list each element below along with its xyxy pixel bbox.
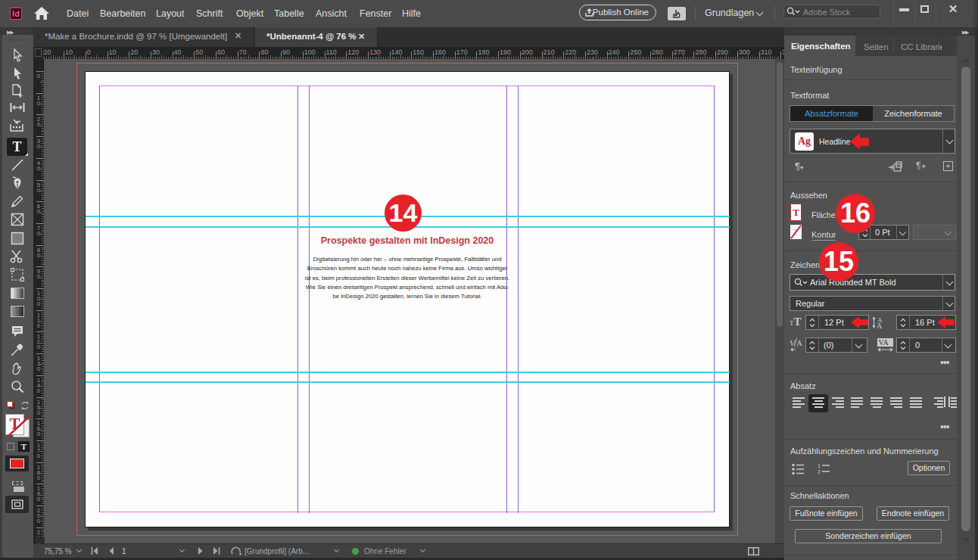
svg-text:2: 2 [818, 469, 821, 474]
svg-text:A: A [877, 322, 883, 329]
svg-text:V: V [790, 338, 796, 347]
svg-text:1: 1 [818, 463, 821, 468]
svg-text:A: A [796, 338, 802, 347]
svg-text:VA: VA [879, 338, 889, 347]
